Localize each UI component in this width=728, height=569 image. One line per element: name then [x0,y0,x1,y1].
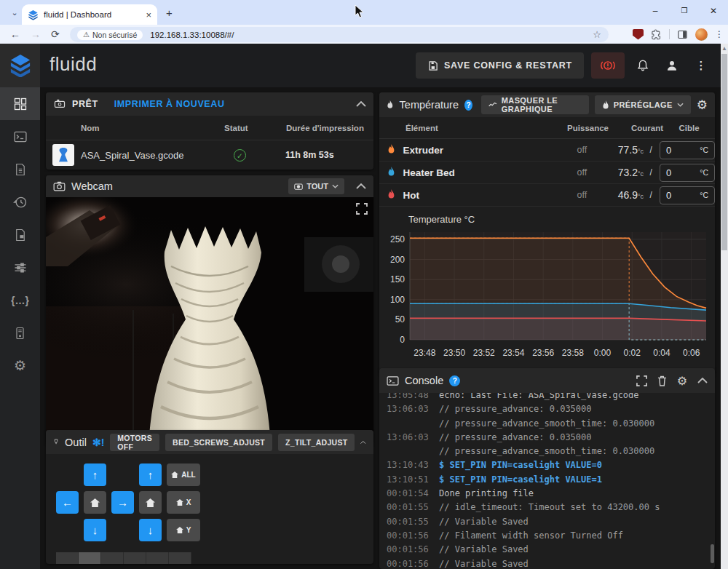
home-x-button[interactable]: X [167,491,200,514]
save-icon [427,60,438,71]
svg-text:0:00: 0:00 [594,348,612,358]
sidebar-item-system[interactable] [0,317,40,349]
fan-alert-indicator[interactable]: ✻! [92,437,104,448]
webcam-stream[interactable]: Default fps: 12 [46,197,373,445]
mouse-cursor [355,4,365,19]
temperature-plot[interactable]: 23:4823:5023:5223:5423:5623:580:000:020:… [384,225,711,370]
nozzle-icon [53,436,59,448]
page-scrollbar[interactable]: ▲ [721,44,728,569]
job-row[interactable]: ASA_Spiral_Vase.gcode ✓ 11h 8m 53s [46,140,373,170]
bookmark-star-icon[interactable]: ☆ [593,29,601,40]
collapse-chevron-icon[interactable] [360,439,366,445]
move-z-minus-button[interactable]: ↓ [139,519,162,541]
app-menu-dots-icon[interactable]: ⋮ [690,52,712,79]
webcam-filter-dropdown[interactable]: TOUT [288,178,344,194]
fluidd-logo[interactable] [0,44,40,87]
side-panel-icon[interactable] [677,29,688,40]
svg-text:0:06: 0:06 [683,348,700,358]
trash-icon[interactable] [657,375,667,386]
home-xy-button[interactable] [84,491,106,514]
sidebar-item-configuration-files[interactable] [0,218,40,251]
move-step-buttons[interactable] [56,552,191,564]
chevron-down-icon [677,103,684,107]
home-y-button[interactable]: Y [167,519,200,541]
browser-menu-icon[interactable]: ⋮ [715,29,724,39]
home-icon [176,499,183,506]
move-x-minus-button[interactable]: ← [56,491,79,514]
window-close-button[interactable]: ✕ [699,0,728,22]
bed-target-input[interactable]: °C [660,164,715,182]
collapse-chevron-icon[interactable] [356,101,366,107]
page-scrollbar-thumb[interactable] [721,54,727,250]
console-title: Console [405,375,443,386]
extensions-puzzle-icon[interactable] [651,29,662,40]
console-line: 00:01:54Done printing file [387,487,709,501]
motors-off-button[interactable]: MOTORS OFF [110,434,159,451]
reprint-link[interactable]: IMPRIMER À NOUVEAU [114,99,225,109]
heater-row-extruder[interactable]: Extruder off 77.5°c / °C [379,139,715,162]
browser-tab[interactable]: fluidd | Dashboard × [22,4,157,25]
profile-avatar[interactable] [695,28,708,41]
emergency-stop-button[interactable] [591,52,625,79]
hot-target-input[interactable]: °C [660,186,715,204]
flame-small-icon [602,100,609,110]
sidebar-item-console[interactable] [0,120,40,153]
extruder-target-input[interactable]: °C [660,141,715,159]
sidebar-item-settings[interactable]: ⚙ [0,349,40,382]
fullscreen-icon[interactable] [356,203,368,215]
console-panel: Console ? ⚙ 13:05:48echo: Last File: ASA… [379,368,715,569]
sidebar-item-tune[interactable] [0,251,40,284]
help-icon[interactable]: ? [464,100,472,111]
collapse-chevron-icon[interactable] [356,183,366,189]
tab-close-icon[interactable]: × [146,10,151,20]
sidebar-item-gcode-files[interactable] [0,153,40,186]
home-all-button[interactable]: ALL [167,463,200,486]
collapse-chevron-icon[interactable] [697,378,708,383]
move-z-plus-button[interactable]: ↑ [139,463,162,486]
user-account-icon[interactable] [661,52,683,79]
sidebar-item-history[interactable] [0,186,40,218]
movement-pad: ↑ ↑ ALL ← → X ↓ ↓ Y [46,454,373,541]
move-y-minus-button[interactable]: ↓ [84,519,106,541]
tool-title: Outil [65,437,87,448]
bed-screws-adjust-button[interactable]: BED_SCREWS_ADJUST [165,434,272,451]
move-x-plus-button[interactable]: → [111,491,134,514]
window-minimize-button[interactable]: – [641,0,670,22]
job-success-icon: ✓ [234,149,246,162]
move-y-plus-button[interactable]: ↑ [84,463,106,486]
new-tab-button[interactable]: + [166,7,173,19]
forward-icon[interactable]: → [31,28,41,40]
console-log[interactable]: 13:05:48echo: Last File: ASA_Spiral_Vase… [379,393,715,569]
printer-status-icon [53,98,66,110]
console-line: 00:01:56// Variable Saved [387,557,709,569]
ublock-extension-icon[interactable] [633,29,644,40]
console-line: 13:10:43$ SET_PIN PIN=caselight VALUE=0 [387,458,709,472]
save-config-restart-button[interactable]: SAVE CONFIG & RESTART [416,52,584,79]
security-chip[interactable]: ⚠ Non sécurisé [77,30,143,40]
tab-search-button[interactable]: ⌄ [7,5,22,20]
sidebar-item-dashboard[interactable] [0,87,40,120]
preset-dropdown[interactable]: PRÉRÉGLAGE [595,95,691,114]
toolbar-divider [669,29,670,39]
back-icon[interactable]: ← [10,28,20,40]
sidebar-item-macros[interactable]: {…} [0,284,40,317]
scrollbar-up-arrow[interactable]: ▲ [721,45,727,52]
temp-settings-gear-icon[interactable]: ⚙ [697,98,708,113]
heater-row-bed[interactable]: Heater Bed off 73.2°c / °C [379,162,715,184]
home-z-button[interactable] [139,491,162,514]
console-settings-gear-icon[interactable]: ⚙ [677,374,687,388]
hide-graph-button[interactable]: MASQUER LE GRAPHIQUE [481,95,589,114]
help-icon[interactable]: ? [449,375,460,386]
console-scrollbar-thumb[interactable] [711,544,714,563]
fluidd-app-bar: fluidd SAVE CONFIG & RESTART ⋮ [0,44,721,87]
security-label: Non sécurisé [92,31,137,39]
heater-row-hot[interactable]: Hot off 46.9°c / °C [379,184,715,207]
notifications-bell-icon[interactable] [632,52,654,79]
window-restore-button[interactable]: ❐ [670,0,699,22]
address-bar[interactable]: ⚠ Non sécurisé 192.168.1.33:10088/#/ ☆ [70,27,609,42]
svg-text:23:58: 23:58 [562,348,584,358]
z-tilt-adjust-button[interactable]: Z_TILT_ADJUST [278,434,355,451]
console-fullscreen-icon[interactable] [636,375,647,386]
reload-icon[interactable]: ⟳ [51,28,60,40]
svg-text:23:48: 23:48 [414,348,435,358]
